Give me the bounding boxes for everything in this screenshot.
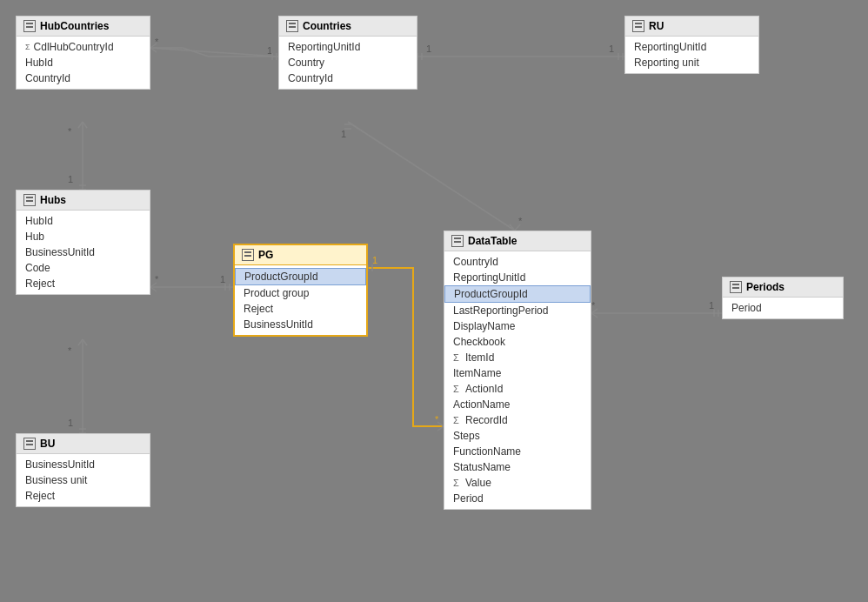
svg-line-41 <box>150 283 157 287</box>
table-datatable-header: DataTable <box>444 231 591 251</box>
svg-line-54 <box>591 309 598 313</box>
table-row: Checkbook <box>444 334 591 350</box>
svg-line-42 <box>150 287 157 291</box>
table-periods-header: Periods <box>723 278 843 298</box>
svg-text:1: 1 <box>68 418 73 428</box>
table-row: Reject <box>17 488 150 504</box>
table-row: BusinessUnitId <box>235 317 366 332</box>
table-icon <box>23 438 36 450</box>
svg-line-55 <box>591 313 598 318</box>
table-row: Period <box>723 300 843 316</box>
table-icon <box>286 20 298 32</box>
table-icon <box>23 20 36 32</box>
svg-line-34 <box>78 339 83 345</box>
table-row: ItemName <box>444 365 591 381</box>
table-icon <box>451 235 464 247</box>
table-row: Code <box>17 260 150 276</box>
table-row: Country <box>279 55 417 70</box>
table-row: Hub <box>17 229 150 244</box>
svg-line-50 <box>437 426 444 431</box>
table-row: CountryId <box>17 70 150 86</box>
table-bu-header: BU <box>17 434 150 454</box>
table-row: Product group <box>235 285 366 301</box>
svg-line-30 <box>515 224 520 231</box>
table-row: Reporting unit <box>625 55 758 70</box>
svg-text:1: 1 <box>426 43 431 54</box>
table-hubs-header: Hubs <box>17 191 150 211</box>
table-row: ActionName <box>444 397 591 412</box>
table-hubcountries-body: Σ CdlHubCountryId HubId CountryId <box>17 37 150 89</box>
table-row: ΣItemId <box>444 350 591 365</box>
table-row: HubId <box>17 55 150 70</box>
svg-line-20 <box>78 122 83 128</box>
svg-line-4 <box>183 48 209 57</box>
table-periods-body: Period <box>723 298 843 318</box>
table-pg-body: ProductGroupId Product group Reject Busi… <box>235 265 366 335</box>
table-ru-body: ReportingUnitId Reporting unit <box>625 37 758 73</box>
svg-text:*: * <box>591 300 596 311</box>
table-row: ΣActionId <box>444 381 591 397</box>
svg-text:*: * <box>518 216 523 226</box>
table-countries[interactable]: Countries ReportingUnitId Country Countr… <box>278 16 417 90</box>
svg-line-6 <box>150 43 157 48</box>
table-pg-header: PG <box>235 245 366 265</box>
svg-line-7 <box>150 48 157 52</box>
table-row: ReportingUnitId <box>625 39 758 55</box>
table-row: ProductGroupId <box>444 285 591 303</box>
svg-line-24 <box>348 122 515 231</box>
table-row: LastReportingPeriod <box>444 303 591 318</box>
table-datatable[interactable]: DataTable CountryId ReportingUnitId Prod… <box>444 231 591 510</box>
table-row: ProductGroupId <box>235 268 366 285</box>
table-bu-body: BusinessUnitId Business unit Reject <box>17 454 150 506</box>
table-icon <box>23 194 36 206</box>
table-row: Business unit <box>17 472 150 488</box>
svg-text:*: * <box>155 274 159 284</box>
table-row: BusinessUnitId <box>17 457 150 472</box>
table-icon <box>242 249 254 261</box>
table-row: ΣRecordId <box>444 412 591 428</box>
svg-text:1: 1 <box>341 129 346 139</box>
table-row: Steps <box>444 428 591 444</box>
table-bu[interactable]: BU BusinessUnitId Business unit Reject <box>16 433 150 507</box>
table-row: BusinessUnitId <box>17 244 150 260</box>
table-pg[interactable]: PG ProductGroupId Product group Reject B… <box>233 244 368 337</box>
svg-text:1: 1 <box>68 174 73 184</box>
svg-text:1: 1 <box>709 300 714 311</box>
svg-line-35 <box>83 339 87 345</box>
svg-line-21 <box>83 122 87 128</box>
table-hubs[interactable]: Hubs HubId Hub BusinessUnitId Code Rejec… <box>16 190 150 295</box>
table-row: HubId <box>17 213 150 229</box>
table-row: CountryId <box>279 70 417 86</box>
table-hubs-body: HubId Hub BusinessUnitId Code Reject <box>17 211 150 294</box>
svg-line-49 <box>437 422 444 426</box>
table-periods[interactable]: Periods Period <box>722 277 844 319</box>
diagram-canvas: * 1 1 1 * 1 1 * <box>0 0 868 602</box>
svg-line-0 <box>150 48 278 57</box>
table-hubcountries-header: HubCountries <box>17 17 150 37</box>
pk-icon: Σ <box>25 43 30 51</box>
table-countries-header: Countries <box>279 17 417 37</box>
table-ru-header: RU <box>625 17 758 37</box>
svg-text:*: * <box>155 37 159 47</box>
svg-text:*: * <box>68 345 72 356</box>
svg-text:*: * <box>68 126 72 137</box>
table-row: DisplayName <box>444 318 591 334</box>
table-row: Σ CdlHubCountryId <box>17 39 150 55</box>
table-icon <box>730 281 742 293</box>
table-row: FunctionName <box>444 444 591 459</box>
table-datatable-body: CountryId ReportingUnitId ProductGroupId… <box>444 251 591 509</box>
svg-line-29 <box>510 224 515 231</box>
table-row: ΣValue <box>444 475 591 491</box>
table-row: Reject <box>17 276 150 291</box>
table-hubcountries[interactable]: HubCountries Σ CdlHubCountryId HubId Cou… <box>16 16 150 90</box>
table-countries-body: ReportingUnitId Country CountryId <box>279 37 417 89</box>
table-row: ReportingUnitId <box>444 270 591 285</box>
table-row: CountryId <box>444 254 591 270</box>
svg-text:*: * <box>435 414 439 425</box>
table-ru[interactable]: RU ReportingUnitId Reporting unit <box>624 16 759 74</box>
table-row: StatusName <box>444 459 591 475</box>
table-row: ReportingUnitId <box>279 39 417 55</box>
svg-text:1: 1 <box>609 43 614 54</box>
svg-text:1: 1 <box>220 274 225 284</box>
table-row: Reject <box>235 301 366 317</box>
